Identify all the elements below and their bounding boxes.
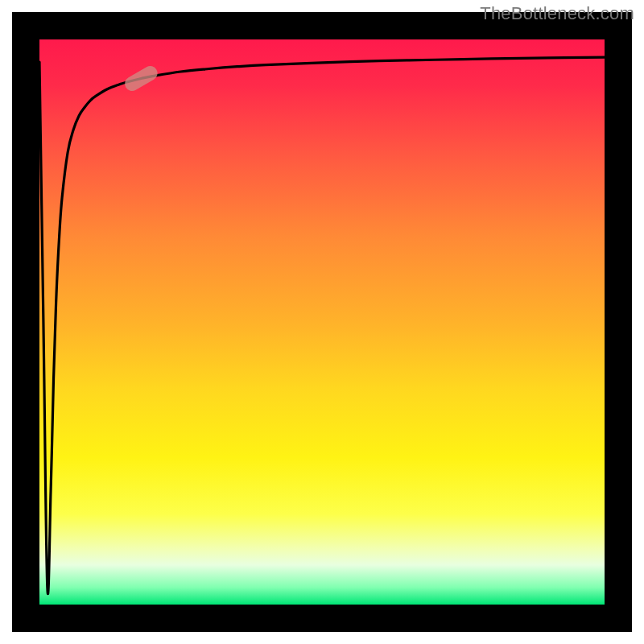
plot-background [39, 39, 605, 605]
attribution-text: TheBottleneck.com [480, 3, 634, 24]
chart-svg [0, 0, 644, 644]
chart-stage: TheBottleneck.com [0, 0, 644, 644]
